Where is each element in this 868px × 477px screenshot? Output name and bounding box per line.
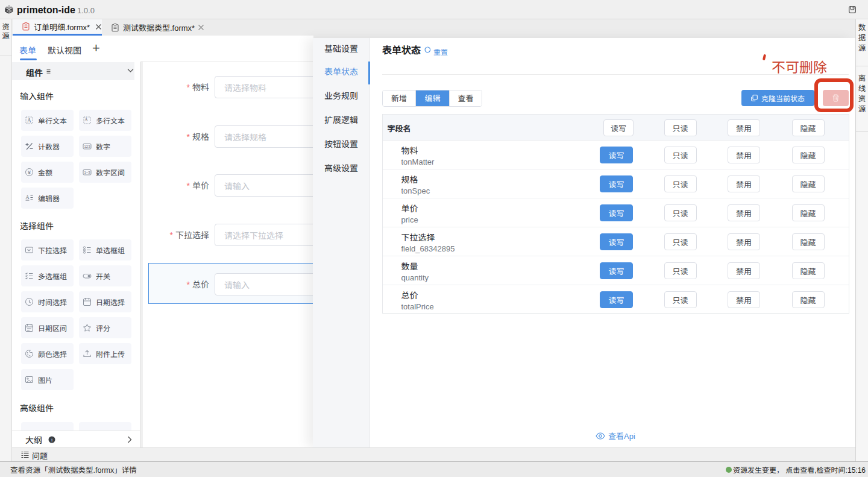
svg-text:A: A — [27, 118, 31, 124]
svg-text:¥: ¥ — [27, 169, 31, 175]
svg-text:A: A — [25, 194, 30, 200]
svg-text:A: A — [84, 117, 88, 122]
svg-text:123: 123 — [84, 145, 90, 148]
svg-text:1~3: 1~3 — [84, 171, 90, 174]
